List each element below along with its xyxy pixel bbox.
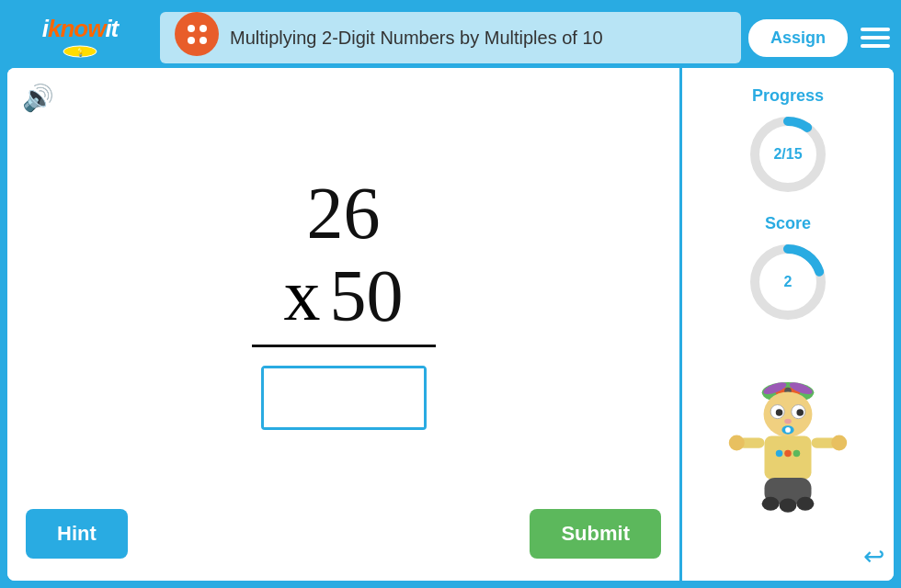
answer-box	[261, 366, 427, 430]
sound-icon[interactable]: 🔊	[22, 83, 54, 113]
multiplier-row: x 50	[284, 254, 404, 337]
svg-point-14	[776, 409, 783, 416]
bottom-number: 50	[330, 255, 404, 336]
title-bar: Multiplying 2-Digit Numbers by Multiples…	[160, 12, 741, 63]
svg-point-29	[784, 450, 792, 458]
question-panel: 🔊 26 x 50 Hint Submit	[7, 68, 682, 581]
svg-point-30	[793, 450, 801, 458]
logo: iknowit 💡	[42, 15, 119, 62]
svg-point-18	[785, 427, 791, 433]
answer-input[interactable]	[264, 368, 424, 427]
svg-point-23	[831, 435, 847, 451]
dice-dot	[200, 37, 207, 44]
top-number: 26	[307, 173, 381, 254]
progress-section: Progress 2/15	[747, 86, 829, 196]
header-right: Assign	[748, 19, 894, 57]
svg-point-22	[729, 435, 745, 451]
svg-point-27	[796, 497, 814, 511]
dice-dot	[200, 25, 207, 32]
dice-icon	[175, 12, 219, 56]
math-problem: 26 x 50	[22, 83, 665, 502]
dice-dot	[188, 25, 195, 32]
logo-bulb: 💡	[62, 45, 98, 62]
hamburger-icon	[861, 28, 890, 48]
menu-button[interactable]	[857, 24, 894, 51]
progress-value: 2/15	[773, 146, 802, 163]
assign-button[interactable]: Assign	[748, 19, 848, 57]
lesson-title: Multiplying 2-Digit Numbers by Multiples…	[230, 28, 603, 49]
svg-point-16	[784, 419, 792, 424]
score-value: 2	[784, 274, 793, 290]
svg-text:💡: 💡	[74, 47, 86, 58]
svg-point-25	[762, 497, 780, 511]
main-content: 🔊 26 x 50 Hint Submit Progress	[7, 68, 894, 581]
underline-divider	[252, 345, 436, 347]
logo-area: iknowit 💡	[7, 7, 153, 68]
submit-button[interactable]: Submit	[530, 509, 661, 559]
robot-illustration	[719, 367, 857, 523]
bottom-buttons: Hint Submit	[22, 502, 665, 566]
score-label: Score	[765, 214, 811, 233]
progress-label: Progress	[752, 86, 824, 106]
robot-area	[719, 333, 857, 532]
svg-rect-19	[765, 436, 812, 480]
logo-text: iknowit	[42, 15, 119, 43]
hint-button[interactable]: Hint	[26, 509, 128, 559]
svg-point-26	[780, 499, 797, 513]
right-panel: Progress 2/15 Score 2	[682, 68, 894, 581]
back-button[interactable]: ↩	[863, 541, 884, 571]
operator: x	[284, 254, 321, 337]
score-section: Score 2	[747, 214, 829, 323]
score-donut: 2	[747, 241, 829, 323]
dice-dot	[188, 37, 195, 44]
progress-donut: 2/15	[747, 113, 829, 196]
header: iknowit 💡 Multiplying 2-D	[7, 7, 894, 68]
svg-point-28	[776, 450, 783, 458]
svg-point-15	[796, 409, 804, 416]
